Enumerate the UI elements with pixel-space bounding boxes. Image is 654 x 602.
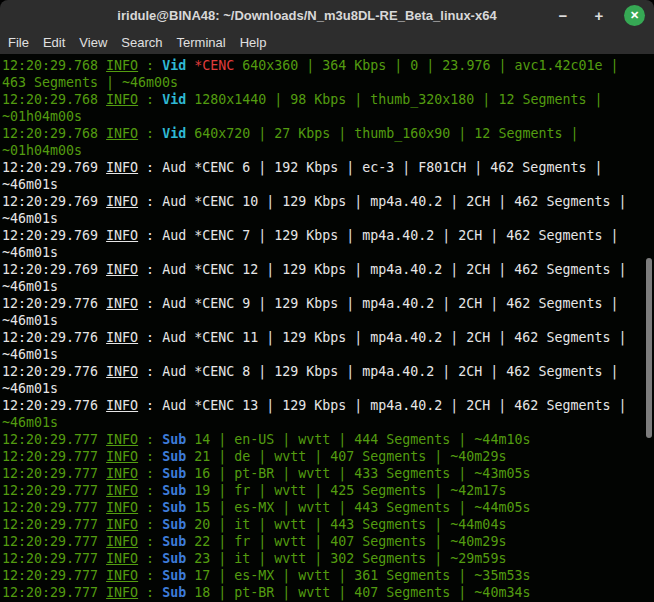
log-segment: ~46m01s (2, 177, 58, 192)
log-segment: Sub (162, 500, 186, 515)
log-segment: : (138, 483, 162, 498)
log-segment: INFO (106, 551, 138, 566)
log-segment: INFO (106, 92, 138, 107)
menu-edit[interactable]: Edit (36, 33, 72, 53)
log-segment: Sub (162, 517, 186, 532)
log-segment: : (138, 432, 162, 447)
log-segment: 463 Segments | ~46m00s (2, 75, 178, 90)
menu-terminal[interactable]: Terminal (170, 33, 233, 53)
log-segment: 12:20:29.777 (2, 551, 106, 566)
terminal-row: 12:20:29.769 INFO : Aud *CENC 10 | 129 K… (2, 193, 654, 210)
log-segment: : (138, 58, 162, 73)
log-segment: : Aud *CENC 9 | 129 Kbps | mp4a.40.2 | 2… (138, 296, 618, 311)
log-segment: INFO (106, 330, 138, 345)
log-segment: : Aud *CENC 10 | 129 Kbps | mp4a.40.2 | … (138, 194, 626, 209)
log-segment: INFO (106, 432, 138, 447)
log-segment: ~46m01s (2, 313, 58, 328)
log-segment: Sub (162, 568, 186, 583)
terminal-row: 12:20:29.777 INFO : Sub 21 | de | wvtt |… (2, 448, 654, 465)
log-segment: ~46m01s (2, 415, 58, 430)
log-segment: ~01h04m00s (2, 109, 82, 124)
log-segment: INFO (106, 194, 138, 209)
menu-file[interactable]: File (1, 33, 36, 53)
terminal-row: 12:20:29.777 INFO : Sub 18 | pt-BR | wvt… (2, 584, 654, 601)
terminal-row: ~46m01s (2, 244, 654, 261)
close-icon: ✕ (630, 9, 639, 22)
log-segment: : Aud *CENC 12 | 129 Kbps | mp4a.40.2 | … (138, 262, 626, 277)
maximize-button[interactable]: + (588, 5, 610, 27)
log-segment: 12:20:29.777 (2, 483, 106, 498)
log-segment: 12:20:29.776 (2, 330, 106, 345)
log-segment: INFO (106, 585, 138, 600)
log-segment: INFO (106, 228, 138, 243)
log-segment: 16 | pt-BR | wvtt | 433 Segments | ~43m0… (186, 466, 530, 481)
log-segment: INFO (106, 449, 138, 464)
log-segment: 12:20:29.776 (2, 364, 106, 379)
log-segment: 23 | it | wvtt | 302 Segments | ~29m59s (186, 551, 506, 566)
log-segment: : (138, 551, 162, 566)
log-segment: 14 | en-US | wvtt | 444 Segments | ~44m1… (186, 432, 530, 447)
log-segment: 12:20:29.769 (2, 262, 106, 277)
log-segment: 640x720 | 27 Kbps | thumb_160x90 | 12 Se… (186, 126, 578, 141)
log-segment: 12:20:29.777 (2, 500, 106, 515)
terminal-row: 463 Segments | ~46m00s (2, 74, 654, 91)
log-segment: : (138, 517, 162, 532)
terminal-row: ~46m01s (2, 210, 654, 227)
log-segment: : Aud *CENC 7 | 129 Kbps | mp4a.40.2 | 2… (138, 228, 618, 243)
log-segment: Sub (162, 483, 186, 498)
log-segment: 20 | it | wvtt | 443 Segments | ~44m04s (186, 517, 506, 532)
log-segment: Vid (162, 58, 186, 73)
terminal-row: 12:20:29.768 INFO : Vid 1280x1440 | 98 K… (2, 91, 654, 108)
log-segment: Sub (162, 551, 186, 566)
log-segment: : Aud *CENC 13 | 129 Kbps | mp4a.40.2 | … (138, 398, 626, 413)
log-segment: INFO (106, 160, 138, 175)
log-segment: : (138, 568, 162, 583)
scrollbar-thumb[interactable] (646, 258, 652, 438)
log-segment: INFO (106, 398, 138, 413)
log-segment: : (138, 449, 162, 464)
terminal-output[interactable]: 12:20:29.768 INFO : Vid *CENC 640x360 | … (0, 54, 654, 602)
log-segment: : (138, 500, 162, 515)
terminal-row: ~46m01s (2, 414, 654, 431)
close-button[interactable]: ✕ (624, 5, 645, 26)
terminal-row: 12:20:29.769 INFO : Aud *CENC 7 | 129 Kb… (2, 227, 654, 244)
window-titlebar[interactable]: iridule@BINA48: ~/Downloads/N_m3u8DL-RE_… (0, 0, 654, 31)
terminal-row: 12:20:29.776 INFO : Aud *CENC 8 | 129 Kb… (2, 363, 654, 380)
log-segment: ~46m01s (2, 211, 58, 226)
log-segment: 12:20:29.776 (2, 398, 106, 413)
log-segment: *CENC (194, 58, 234, 73)
log-segment: : Aud *CENC 8 | 129 Kbps | mp4a.40.2 | 2… (138, 364, 618, 379)
log-segment: 22 | fr | wvtt | 407 Segments | ~40m29s (186, 534, 506, 549)
terminal-row: ~46m01s (2, 312, 654, 329)
log-segment: 19 | fr | wvtt | 425 Segments | ~42m17s (186, 483, 506, 498)
log-segment: 12:20:29.777 (2, 432, 106, 447)
terminal-row: 12:20:29.777 INFO : Sub 14 | en-US | wvt… (2, 431, 654, 448)
maximize-icon: + (595, 7, 604, 24)
terminal-row: 12:20:29.777 INFO : Sub 17 | es-MX | wvt… (2, 567, 654, 584)
log-segment: ~46m01s (2, 245, 58, 260)
log-segment: INFO (106, 262, 138, 277)
terminal-row: 12:20:29.768 INFO : Vid 640x720 | 27 Kbp… (2, 125, 654, 142)
log-segment: 12:20:29.769 (2, 194, 106, 209)
log-segment: INFO (106, 483, 138, 498)
menu-search[interactable]: Search (114, 33, 169, 53)
terminal-row: 12:20:29.769 INFO : Aud *CENC 6 | 192 Kb… (2, 159, 654, 176)
log-segment: Sub (162, 534, 186, 549)
log-segment: : (138, 585, 162, 600)
terminal-row: ~01h04m00s (2, 108, 654, 125)
terminal-row: 12:20:29.777 INFO : Sub 16 | pt-BR | wvt… (2, 465, 654, 482)
menu-help[interactable]: Help (233, 33, 274, 53)
terminal-row: 12:20:29.777 INFO : Sub 22 | fr | wvtt |… (2, 533, 654, 550)
log-segment: : (138, 466, 162, 481)
menu-view[interactable]: View (72, 33, 114, 53)
log-segment: 21 | de | wvtt | 407 Segments | ~40m29s (186, 449, 506, 464)
log-segment: 18 | pt-BR | wvtt | 407 Segments | ~40m3… (186, 585, 530, 600)
terminal-row: 12:20:29.777 INFO : Sub 20 | it | wvtt |… (2, 516, 654, 533)
terminal-window: iridule@BINA48: ~/Downloads/N_m3u8DL-RE_… (0, 0, 654, 602)
log-segment: INFO (106, 364, 138, 379)
log-segment: 640x360 | 364 Kbps | 0 | 23.976 | avc1.4… (234, 58, 618, 73)
minimize-button[interactable]: − (552, 5, 574, 27)
terminal-row: 12:20:29.777 INFO : Sub 15 | es-MX | wvt… (2, 499, 654, 516)
log-segment: : (138, 126, 162, 141)
terminal-row: ~46m01s (2, 278, 654, 295)
